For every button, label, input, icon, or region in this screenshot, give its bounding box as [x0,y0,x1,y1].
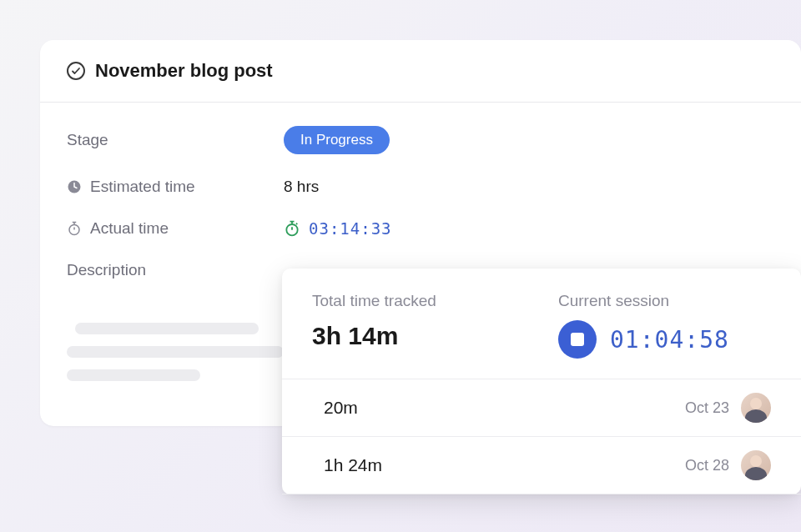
task-title: November blog post [95,60,273,82]
skeleton-line [75,323,259,334]
skeleton-line [67,346,284,358]
log-date: Oct 28 [685,457,729,474]
time-log-list: 20m Oct 23 1h 24m Oct 28 [282,379,801,494]
estimated-time-row: Estimated time 8 hrs [67,178,774,196]
log-meta: Oct 28 [685,450,771,480]
log-duration: 20m [312,398,358,418]
stage-label: Stage [67,131,284,149]
stop-timer-button[interactable] [558,320,597,359]
svg-point-2 [286,224,297,235]
total-tracked-block: Total time tracked 3h 14m [312,292,525,359]
total-tracked-label: Total time tracked [312,292,525,310]
description-label: Description [67,261,284,279]
stage-value[interactable]: In Progress [284,126,390,154]
skeleton-line [67,369,200,381]
complete-checkbox-icon[interactable] [67,62,85,80]
stage-row: Stage In Progress [67,126,774,154]
user-avatar[interactable] [741,450,771,480]
log-meta: Oct 23 [685,393,771,423]
total-tracked-value: 3h 14m [312,322,525,350]
actual-time-value[interactable]: 03:14:33 [284,219,392,238]
time-log-row[interactable]: 1h 24m Oct 28 [282,437,801,494]
card-header: November blog post [40,40,801,103]
current-session-value: 01:04:58 [610,326,729,354]
stopwatch-icon [67,221,82,236]
estimated-time-label: Estimated time [67,178,284,196]
time-log-row[interactable]: 20m Oct 23 [282,379,801,437]
time-tracker-popover: Total time tracked 3h 14m Current sessio… [282,269,801,494]
current-session-label: Current session [558,292,771,310]
popover-summary: Total time tracked 3h 14m Current sessio… [282,269,801,379]
clock-icon [67,179,82,194]
log-date: Oct 23 [685,399,729,417]
user-avatar[interactable] [741,393,771,423]
stage-badge[interactable]: In Progress [284,126,390,154]
log-duration: 1h 24m [312,455,382,475]
current-session-block: Current session 01:04:58 [558,292,771,359]
actual-time-label: Actual time [67,219,284,238]
estimated-time-value: 8 hrs [284,178,319,196]
stopwatch-active-icon [284,220,300,237]
stop-icon [571,333,584,346]
actual-time-row: Actual time 03:14:33 [67,219,774,238]
session-controls: 01:04:58 [558,320,771,359]
